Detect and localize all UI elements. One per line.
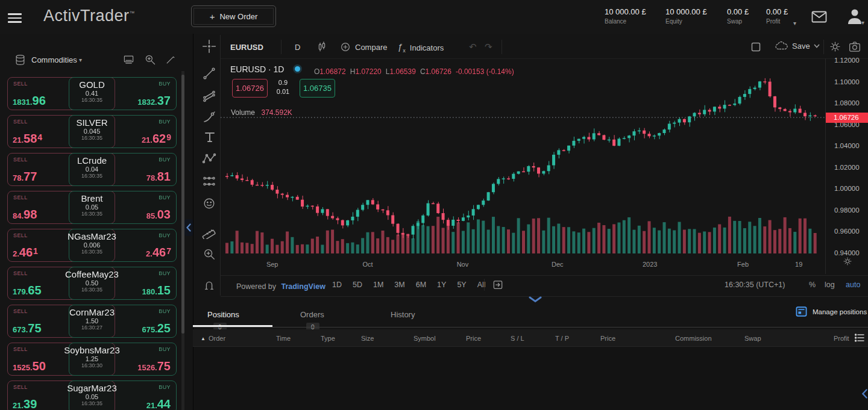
instrument-spread: 0.41	[7, 90, 177, 97]
user-avatar[interactable]	[847, 8, 863, 25]
orders-table-body	[193, 347, 868, 410]
watchlist: SELL1831.96BUY1832.37GOLD0.4116:30:35SEL…	[7, 77, 177, 410]
checkbox-icon[interactable]	[751, 42, 761, 52]
crosshair-icon[interactable]	[201, 39, 217, 54]
manage-positions-button[interactable]: Manage positions	[796, 306, 867, 317]
indicators-button[interactable]: ƒx Indicators	[398, 42, 444, 54]
redo-icon[interactable]: ↷	[485, 42, 492, 52]
menu-icon[interactable]	[8, 11, 22, 25]
brush-icon[interactable]	[202, 110, 216, 124]
watchlist-tile-gold: SELL1831.96BUY1832.37GOLD0.4116:30:35	[7, 77, 177, 110]
watchlist-group-selector[interactable]: Commodities	[31, 55, 77, 64]
avatar-caret-icon[interactable]: ▾	[861, 19, 864, 26]
column-header-commission[interactable]: Commission	[675, 335, 712, 342]
magnet-icon[interactable]	[203, 278, 216, 292]
range-button-5d[interactable]: 5D	[353, 281, 362, 289]
auto-scale-button[interactable]: auto	[846, 281, 860, 289]
instrument-symbol: LCrude	[7, 155, 177, 166]
column-header-profit[interactable]: Profit	[834, 335, 849, 342]
column-header-symbol[interactable]: Symbol	[414, 335, 436, 342]
group-caret-icon[interactable]: ▾	[79, 57, 82, 63]
chart-legend-title[interactable]: EURUSD · 1D	[230, 64, 284, 74]
xabcd-pattern-icon[interactable]	[202, 152, 216, 166]
toolbar-separator	[281, 40, 281, 54]
price-axis-label: 0.98000	[834, 207, 860, 214]
instrument-info: Brent0.0516:30:35	[7, 191, 177, 217]
trendline-icon[interactable]	[202, 66, 216, 81]
sort-ascending-icon[interactable]: ▲	[201, 336, 206, 341]
instrument-symbol: SILVER	[7, 117, 177, 128]
column-header-sl[interactable]: S / L	[511, 335, 524, 342]
collapse-right-panel-button[interactable]	[862, 386, 868, 402]
chart-settings-gear-icon[interactable]	[829, 41, 841, 52]
ruler-measure-icon[interactable]	[202, 225, 216, 239]
range-button-1m[interactable]: 1M	[373, 281, 383, 289]
symbol-search-button[interactable]: EURUSD	[230, 43, 263, 52]
percent-scale-button[interactable]: %	[809, 281, 816, 289]
sidebar-scrollbar-thumb[interactable]	[181, 75, 184, 334]
range-button-6m[interactable]: 6M	[416, 281, 426, 289]
compare-label: Compare	[355, 43, 387, 52]
powered-by-label: Powered by	[236, 282, 276, 291]
collapse-bottom-panel-button[interactable]	[526, 295, 544, 303]
instrument-time: 16:30:35	[7, 287, 177, 293]
instrument-spread: 0.045	[7, 128, 177, 135]
cloud-icon	[775, 40, 788, 51]
range-button-1y[interactable]: 1Y	[437, 281, 446, 289]
instrument-time: 16:30:35	[7, 400, 177, 406]
column-header-swap[interactable]: Swap	[744, 335, 761, 342]
range-button-5y[interactable]: 5Y	[457, 281, 466, 289]
column-header-order[interactable]: Order	[209, 335, 225, 342]
instrument-time: 16:30:30	[7, 362, 177, 368]
app-logo: ActivTrader™	[43, 7, 135, 25]
long-short-position-icon[interactable]	[202, 174, 216, 188]
mail-icon[interactable]	[811, 11, 827, 23]
go-to-date-icon[interactable]	[492, 279, 504, 291]
zoom-search-icon[interactable]	[144, 54, 156, 66]
range-button-3m[interactable]: 3M	[394, 281, 404, 289]
price-axis-label: 1.04000	[834, 142, 860, 149]
save-button[interactable]: Save	[775, 40, 820, 51]
undo-icon[interactable]: ↶	[469, 42, 477, 52]
column-header-type[interactable]: Type	[321, 335, 335, 342]
new-order-button[interactable]: + New Order	[191, 5, 276, 27]
column-header-price[interactable]: Price	[600, 335, 615, 342]
session-clock[interactable]: 16:30:35 (UTC+1)	[725, 281, 785, 289]
save-caret-icon	[814, 44, 820, 48]
interval-button[interactable]: D	[295, 43, 300, 52]
list-view-icon[interactable]	[855, 334, 864, 342]
ohlc-value: 1.06539	[389, 67, 415, 76]
range-button-1d[interactable]: 1D	[332, 281, 342, 289]
stat-value: 0.00 £	[727, 7, 749, 16]
column-header-price[interactable]: Price	[466, 335, 481, 342]
instrument-spread: 0.05	[7, 203, 177, 211]
buy-quote-button[interactable]: 1.06735	[300, 79, 335, 98]
compare-button[interactable]: Compare	[340, 42, 387, 52]
emoji-icon[interactable]	[203, 197, 216, 210]
stats-caret-icon[interactable]: ▾	[793, 20, 796, 26]
watchlist-tile-cornmar23: SELL673.75BUY675.25CornMar231.5016:30:27	[7, 305, 177, 338]
text-tool-icon[interactable]	[204, 131, 216, 144]
fib-retracement-icon[interactable]	[202, 88, 216, 102]
collapse-sidebar-button[interactable]	[184, 219, 193, 236]
plus-icon: +	[210, 11, 215, 22]
tab-history[interactable]: History	[391, 309, 415, 320]
column-header-tp[interactable]: T / P	[555, 335, 569, 342]
zoom-in-icon[interactable]	[203, 247, 216, 261]
instrument-time: 16:30:35	[7, 211, 177, 217]
tradingview-link[interactable]: TradingView	[281, 282, 325, 291]
edit-pencil-icon[interactable]	[165, 54, 177, 66]
camera-screenshot-icon[interactable]	[849, 41, 861, 52]
sell-quote-button[interactable]: 1.06726	[232, 79, 268, 98]
column-header-size[interactable]: Size	[361, 335, 374, 342]
ohlc-value: 1.07220	[355, 67, 381, 76]
instrument-info: CornMar231.5016:30:27	[7, 305, 177, 331]
axis-settings-gear-icon[interactable]	[843, 256, 852, 266]
board-view-icon[interactable]	[123, 54, 134, 66]
manage-positions-icon	[796, 306, 807, 317]
log-scale-button[interactable]: log	[825, 281, 835, 289]
price-axis-label: 1.02000	[834, 164, 860, 171]
chart-style-icon[interactable]	[316, 41, 328, 53]
column-header-time[interactable]: Time	[276, 335, 291, 342]
instrument-symbol: GOLD	[7, 79, 177, 90]
